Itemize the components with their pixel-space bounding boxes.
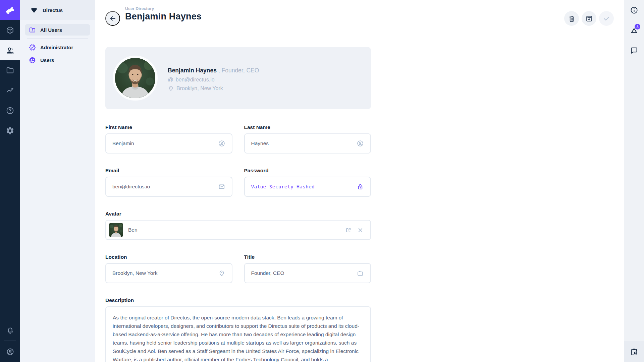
input-value: Founder, CEO [251,270,284,276]
email-input[interactable]: ben@directus.io [105,177,232,197]
nav-item-all-users[interactable]: All Users [25,24,90,36]
input-value: Value Securely Hashed [251,184,315,189]
field-password: Password Value Securely Hashed [244,168,371,197]
project-header[interactable]: Directus [20,0,95,20]
input-value: ben@directus.io [112,184,150,190]
user-card-email-row: @ ben@directus.io [168,76,259,83]
input-value: Brooklyn, New York [112,270,157,276]
first-name-input[interactable]: Benjamin [105,133,232,154]
notifications-button[interactable] [0,320,20,341]
module-insights[interactable] [0,80,20,101]
verified-badge-icon [29,44,36,51]
field-location: Location Brooklyn, New York [105,254,232,283]
user-avatar-photo[interactable] [113,56,158,101]
comment-icon [630,46,638,55]
account-circle-icon [218,140,225,147]
map-pin-icon [168,85,174,92]
last-name-input[interactable]: Haynes [244,133,371,154]
header-actions [564,11,614,26]
user-card-location-row: Brooklyn, New York [168,85,259,92]
field-avatar: Avatar Ben [105,211,371,240]
avatar-actions [345,227,364,234]
avatar-input[interactable]: Ben [105,220,371,240]
arrow-left-icon [109,14,117,22]
comments-sidebar-button[interactable] [624,40,644,60]
avatar-thumbnail[interactable] [109,223,123,237]
account-menu-button[interactable] [0,341,20,362]
nav-item-label: Users [40,57,54,63]
main-area: User Directory Benjamin Haynes [95,0,624,362]
info-sidebar-button[interactable] [624,0,644,20]
field-description: Description As the original creator of D… [105,297,371,362]
archive-button[interactable] [582,11,596,26]
close-icon[interactable] [357,227,364,234]
users-circle-icon [29,57,36,64]
revisions-count-badge: 3 [634,23,641,30]
field-last-name: Last Name Haynes [244,124,371,154]
lock-icon [357,183,364,190]
title-input[interactable]: Founder, CEO [244,263,371,283]
directus-logo[interactable] [0,0,20,20]
field-label: Email [105,168,232,174]
page-title: Benjamin Haynes [125,11,202,22]
gear-icon [6,126,14,135]
map-pin-icon [218,269,225,277]
user-form: First Name Benjamin Last Name [105,124,371,362]
archive-icon [585,15,593,22]
field-label: Description [105,297,371,303]
nav-item-label: Administrator [40,45,73,50]
delete-button[interactable] [564,11,579,26]
trash-icon [568,15,576,22]
nav-item-users[interactable]: Users [25,54,90,66]
nav-divider [27,38,88,39]
module-content[interactable] [0,20,20,40]
field-label: Last Name [244,124,371,130]
bell-icon [6,326,14,335]
folder-user-icon [29,26,36,34]
module-documentation[interactable] [0,101,20,121]
location-input[interactable]: Brooklyn, New York [105,263,232,283]
nav-list: All Users Administrator Users [20,20,95,66]
field-label: Password [244,168,371,174]
account-circle-icon [6,348,14,356]
user-card-name: Benjamin Haynes [168,67,217,74]
activity-log-button[interactable] [624,341,644,362]
user-card-location: Brooklyn, New York [176,85,223,92]
nav-sidebar: Directus All Users Administrator [20,0,95,362]
nav-item-label: All Users [40,27,62,33]
box-icon [6,26,14,35]
check-icon [602,14,610,22]
input-value: Haynes [251,140,269,146]
input-value: Ben [128,227,138,233]
project-fan-icon [30,6,38,14]
field-first-name: First Name Benjamin [105,124,232,154]
info-icon [630,6,638,14]
at-icon: @ [168,76,173,83]
back-button[interactable] [105,11,120,26]
title-block: User Directory Benjamin Haynes [125,6,202,22]
launch-icon[interactable] [345,227,352,234]
field-title: Title Founder, CEO [244,254,371,283]
folder-icon [6,66,14,75]
project-name: Directus [43,7,63,13]
module-file-library[interactable] [0,60,20,80]
user-card-role: , Founder, CEO [218,67,259,74]
save-button[interactable] [599,11,614,26]
account-circle-icon [357,140,364,147]
field-label: Location [105,254,232,260]
page-header: User Directory Benjamin Haynes [95,0,624,30]
password-input[interactable]: Value Securely Hashed [244,177,371,197]
clipboard-clock-icon [630,348,638,356]
input-value: Benjamin [112,140,134,146]
user-card-info: Benjamin Haynes , Founder, CEO @ ben@dir… [168,67,259,92]
description-textarea[interactable]: As the original creator of Directus, the… [105,306,371,362]
revisions-sidebar-button[interactable]: 3 [624,20,644,40]
module-user-directory[interactable] [0,40,20,60]
envelope-icon [218,183,225,190]
nav-item-administrator[interactable]: Administrator [25,42,90,53]
field-label: Title [244,254,371,260]
briefcase-icon [357,269,364,277]
module-settings[interactable] [0,121,20,141]
breadcrumb: User Directory [125,6,202,11]
right-sidebar: 3 [624,0,644,362]
